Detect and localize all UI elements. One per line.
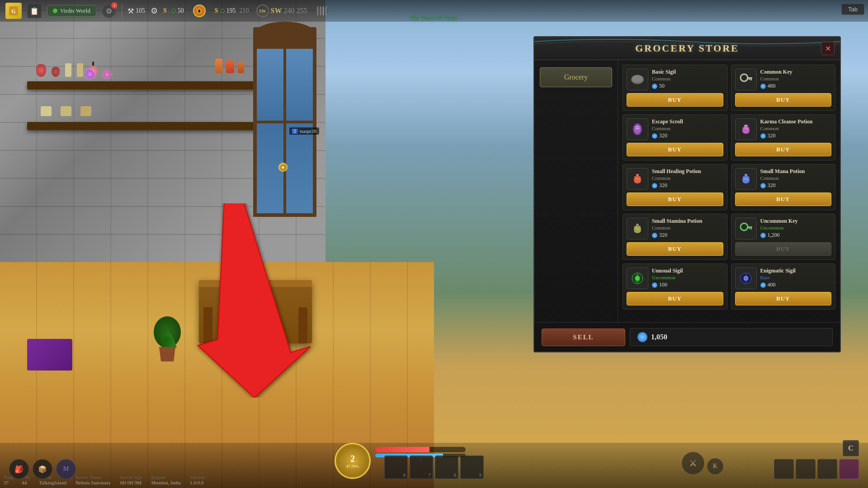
version-value: 1.0.0.0 bbox=[190, 480, 205, 485]
unusual-sigil-name: Unusual Sigil bbox=[652, 267, 723, 274]
store-panel: GROCERY STORE ✕ Grocery Basic bbox=[533, 36, 841, 352]
karma-cleanse-name: Karma Cleanse Potion bbox=[760, 118, 832, 125]
store-footer-left: SELL bbox=[542, 328, 625, 346]
escape-scroll-icon bbox=[627, 118, 648, 140]
sell-button[interactable]: SELL bbox=[542, 328, 625, 346]
player-name-tag: tsaspr20 bbox=[300, 128, 316, 134]
unusual-sigil-price: 100 bbox=[659, 282, 667, 288]
hotbar-slot-6[interactable]: 6 bbox=[384, 455, 408, 479]
version-label: Version bbox=[190, 474, 205, 480]
level-number: 2 bbox=[350, 454, 355, 464]
escape-scroll-buy-button[interactable]: BUY bbox=[627, 143, 723, 156]
karma-cleanse-price: 320 bbox=[768, 132, 776, 139]
escape-scroll-price: 320 bbox=[659, 132, 667, 139]
game-logo: G bbox=[5, 3, 22, 19]
grocery-tab[interactable]: Grocery bbox=[540, 67, 612, 87]
enigmatic-sigil-price: 400 bbox=[768, 282, 776, 288]
window-frame bbox=[253, 27, 316, 217]
action-icon-2[interactable]: 📦 bbox=[33, 459, 52, 479]
c-button[interactable]: C bbox=[843, 440, 859, 456]
unusual-sigil-buy-button[interactable]: BUY bbox=[627, 292, 723, 305]
magic-action-icon[interactable]: M bbox=[56, 459, 76, 479]
stamina-potion-price: 320 bbox=[659, 232, 667, 239]
svg-rect-18 bbox=[749, 228, 750, 229]
svg-point-4 bbox=[632, 75, 643, 82]
gem-icon bbox=[652, 84, 657, 89]
combat-icons-area: ⚔ K bbox=[682, 452, 723, 474]
gem-icon-3 bbox=[652, 133, 657, 139]
hud-top: G 📋 Virdis World ⚙ 1 ⚒ 105 ⚙ S | ⬡ 50 ♦ … bbox=[0, 0, 868, 22]
hotbar-slot-8[interactable]: 8 bbox=[435, 455, 458, 479]
store-body: Grocery Basic Sigil Common bbox=[534, 60, 840, 322]
bottom-right-icons bbox=[774, 459, 859, 479]
currency-gem-icon bbox=[637, 332, 647, 342]
uncommon-key-icon bbox=[735, 218, 757, 239]
escape-scroll-type: Common bbox=[652, 126, 723, 131]
tool-stat: ⚒ 105 bbox=[127, 7, 145, 15]
enigmatic-sigil-icon bbox=[735, 267, 757, 289]
shelf-2 bbox=[27, 122, 280, 130]
stamina-potion-icon bbox=[627, 218, 648, 239]
common-key-buy-button[interactable]: BUY bbox=[735, 93, 832, 107]
stamina-potion-buy-button[interactable]: BUY bbox=[627, 242, 723, 256]
stamina-potion-type: Common bbox=[652, 225, 723, 230]
hud-bottom: Ping 37 FPS 44 World TalkingIsland Serve… bbox=[0, 443, 868, 488]
svg-rect-7 bbox=[750, 79, 752, 80]
gem-icon-8 bbox=[760, 233, 766, 238]
item-card-escape-scroll: Escape Scroll Common 320 BUY bbox=[623, 114, 727, 160]
plant bbox=[154, 316, 181, 361]
basic-sigil-buy-button[interactable]: BUY bbox=[627, 93, 723, 107]
mana-potion-buy-button[interactable]: BUY bbox=[735, 192, 832, 206]
basic-sigil-name: Basic Sigil bbox=[652, 69, 723, 75]
common-key-name: Common Key bbox=[760, 69, 832, 75]
world-select-button[interactable]: Virdis World bbox=[47, 5, 96, 17]
slot-9-number: 9 bbox=[479, 473, 481, 478]
svg-rect-13 bbox=[745, 174, 747, 176]
uncommon-key-buy-button[interactable]: BUY bbox=[735, 242, 832, 256]
fps-value: 44 bbox=[22, 480, 30, 485]
healing-potion-buy-button[interactable]: BUY bbox=[627, 192, 723, 206]
world-name: Virdis World bbox=[60, 7, 90, 14]
server-label: Server Name bbox=[75, 474, 111, 480]
uncommon-key-name: Uncommon Key bbox=[760, 218, 832, 224]
mana-potion-price: 320 bbox=[768, 182, 776, 189]
center-gem-icon: ♦ bbox=[193, 5, 206, 17]
item-card-healing-potion: Small Healing Potion Common 320 BUY bbox=[623, 164, 727, 210]
gem-icon-7 bbox=[652, 233, 657, 238]
hotbar-slot-9[interactable]: 9 bbox=[460, 455, 484, 479]
gem-icon-5 bbox=[652, 183, 657, 188]
server-value: Nebula Sanctuary bbox=[75, 480, 111, 485]
svg-point-22 bbox=[744, 276, 748, 281]
slot-8-number: 8 bbox=[454, 473, 456, 478]
level-pct: 47.70% bbox=[346, 464, 359, 469]
action-icon-1[interactable]: 🎒 bbox=[9, 459, 29, 479]
common-key-price: 480 bbox=[768, 83, 776, 89]
swords-combat-icon[interactable]: ⚔ bbox=[682, 452, 704, 474]
store-close-button[interactable]: ✕ bbox=[821, 42, 835, 55]
item-card-enigmatic-sigil: Enigmatic Sigil Rare 400 BUY bbox=[731, 263, 836, 310]
basic-sigil-icon bbox=[627, 69, 648, 90]
enigmatic-sigil-buy-button[interactable]: BUY bbox=[735, 292, 832, 305]
counter bbox=[199, 280, 312, 343]
svg-rect-14 bbox=[636, 224, 639, 226]
karma-cleanse-buy-button[interactable]: BUY bbox=[735, 143, 832, 156]
gem-icon-4 bbox=[760, 133, 766, 139]
svg-rect-17 bbox=[750, 228, 752, 230]
slot-6-number: 6 bbox=[403, 473, 406, 478]
escape-scroll-name: Escape Scroll bbox=[652, 118, 723, 125]
settings-button[interactable]: ⚙ 1 bbox=[102, 4, 116, 18]
k-ability-icon[interactable]: K bbox=[707, 458, 723, 474]
tab-button[interactable]: Tab bbox=[841, 4, 864, 15]
region-info: Region Mumbai, India bbox=[151, 474, 181, 485]
compass-ticks bbox=[316, 6, 328, 15]
svg-point-20 bbox=[635, 276, 640, 281]
hotbar: 6 7 8 9 bbox=[384, 455, 484, 479]
hotbar-slot-7[interactable]: 7 bbox=[410, 455, 433, 479]
mana-potion-name: Small Mana Potion bbox=[760, 168, 832, 174]
item-card-basic-sigil: Basic Sigil Common 50 BUY bbox=[623, 65, 727, 111]
age-label: Server Age bbox=[120, 474, 142, 480]
character-sheet-icon[interactable]: 📋 bbox=[27, 4, 42, 18]
br-icon-2 bbox=[796, 459, 816, 479]
svg-text:G: G bbox=[11, 8, 15, 14]
item-card-uncommon-key: Uncommon Key Uncommon 1,200 BUY bbox=[731, 214, 836, 260]
